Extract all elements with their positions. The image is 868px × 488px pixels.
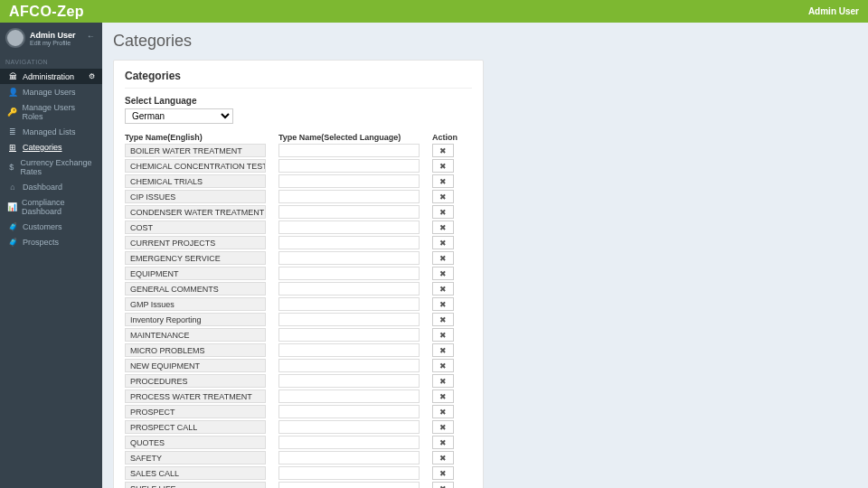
type-name-lang-input[interactable] bbox=[278, 174, 420, 188]
type-name-lang-input[interactable] bbox=[278, 328, 420, 342]
delete-button[interactable]: ✖ bbox=[432, 313, 454, 326]
delete-button[interactable]: ✖ bbox=[432, 251, 454, 265]
type-name-english: MICRO PROBLEMS bbox=[125, 343, 266, 357]
table-row: CHEMICAL TRIALS✖ bbox=[125, 174, 472, 188]
table-row: PROSPECT✖ bbox=[125, 405, 472, 418]
delete-button[interactable]: ✖ bbox=[432, 420, 454, 434]
nav-item-label: Customers bbox=[23, 222, 62, 231]
brand: AFCO-Zep bbox=[9, 4, 84, 20]
type-name-english: CIP ISSUES bbox=[125, 190, 266, 203]
table-row: COST✖ bbox=[125, 221, 472, 234]
type-name-english: PROCEDURES bbox=[125, 374, 266, 388]
edit-profile-link[interactable]: Edit my Profile bbox=[30, 40, 76, 46]
nav-item-label: Manage Users Roles bbox=[23, 103, 96, 121]
delete-button[interactable]: ✖ bbox=[432, 282, 454, 296]
nav-item-categories[interactable]: ⊞Categories bbox=[0, 139, 102, 155]
delete-button[interactable]: ✖ bbox=[432, 374, 454, 388]
nav-item-label: Prospects bbox=[23, 238, 59, 247]
type-name-lang-input[interactable] bbox=[278, 144, 420, 157]
delete-button[interactable]: ✖ bbox=[432, 451, 454, 465]
nav-item-label: Compliance Dashboard bbox=[22, 198, 95, 216]
table-row: SALES CALL✖ bbox=[125, 466, 472, 480]
delete-button[interactable]: ✖ bbox=[432, 359, 454, 372]
type-name-english: CHEMICAL TRIALS bbox=[125, 174, 266, 188]
type-name-lang-input[interactable] bbox=[278, 343, 420, 357]
content: Categories Categories Select Language Ge… bbox=[102, 23, 868, 488]
delete-button[interactable]: ✖ bbox=[432, 267, 454, 280]
nav-item-currency-exchange-rates[interactable]: $Currency Exchange Rates bbox=[0, 155, 102, 179]
type-name-english: QUOTES bbox=[125, 436, 266, 449]
type-name-english: SHELF LIFE bbox=[125, 482, 266, 488]
type-name-lang-input[interactable] bbox=[278, 374, 420, 388]
type-name-lang-input[interactable] bbox=[278, 405, 420, 418]
type-name-lang-input[interactable] bbox=[278, 205, 420, 219]
delete-button[interactable]: ✖ bbox=[432, 405, 454, 418]
type-name-lang-input[interactable] bbox=[278, 267, 420, 280]
delete-button[interactable]: ✖ bbox=[432, 174, 454, 188]
avatar[interactable] bbox=[5, 28, 25, 48]
type-name-lang-input[interactable] bbox=[278, 190, 420, 203]
table-row: MAINTENANCE✖ bbox=[125, 328, 472, 342]
nav-icon: ⌂ bbox=[7, 183, 18, 192]
delete-button[interactable]: ✖ bbox=[432, 482, 454, 488]
topbar-user[interactable]: Admin User bbox=[808, 6, 859, 16]
nav-item-dashboard[interactable]: ⌂Dashboard bbox=[0, 179, 102, 194]
type-name-lang-input[interactable] bbox=[278, 420, 420, 434]
type-name-lang-input[interactable] bbox=[278, 389, 420, 403]
delete-button[interactable]: ✖ bbox=[432, 205, 454, 219]
delete-button[interactable]: ✖ bbox=[432, 221, 454, 234]
delete-button[interactable]: ✖ bbox=[432, 190, 454, 203]
delete-button[interactable]: ✖ bbox=[432, 436, 454, 449]
language-select[interactable]: German bbox=[125, 108, 233, 124]
table-row: PROSPECT CALL✖ bbox=[125, 420, 472, 434]
delete-button[interactable]: ✖ bbox=[432, 159, 454, 173]
type-name-english: CURRENT PROJECTS bbox=[125, 236, 266, 249]
nav-icon: ≣ bbox=[7, 127, 18, 136]
nav-item-administration[interactable]: 🏛Administration⚙ bbox=[0, 69, 102, 84]
collapse-sidebar-icon[interactable]: ← bbox=[87, 32, 95, 41]
panel-title: Categories bbox=[125, 70, 472, 82]
table-row: GMP Issues✖ bbox=[125, 297, 472, 311]
table-row: CHEMICAL CONCENTRATION TESTING✖ bbox=[125, 159, 472, 173]
type-name-lang-input[interactable] bbox=[278, 297, 420, 311]
type-name-english: PROCESS WATER TREATMENT bbox=[125, 389, 266, 403]
type-name-lang-input[interactable] bbox=[278, 436, 420, 449]
nav-item-manage-users-roles[interactable]: 🔑Manage Users Roles bbox=[0, 99, 102, 124]
nav-icon: 🧳 bbox=[7, 222, 18, 231]
nav-list: 🏛Administration⚙👤Manage Users🔑Manage Use… bbox=[0, 69, 102, 249]
table-row: CONDENSER WATER TREATMENT✖ bbox=[125, 205, 472, 219]
delete-button[interactable]: ✖ bbox=[432, 144, 454, 157]
delete-button[interactable]: ✖ bbox=[432, 466, 454, 480]
table-row: CIP ISSUES✖ bbox=[125, 190, 472, 203]
nav-item-compliance-dashboard[interactable]: 📊Compliance Dashboard bbox=[0, 194, 102, 219]
type-name-lang-input[interactable] bbox=[278, 451, 420, 465]
delete-button[interactable]: ✖ bbox=[432, 328, 454, 342]
nav-item-customers[interactable]: 🧳Customers bbox=[0, 219, 102, 234]
table-row: GENERAL COMMENTS✖ bbox=[125, 282, 472, 296]
type-name-lang-input[interactable] bbox=[278, 251, 420, 265]
profile-block: Admin User Edit my Profile ← bbox=[0, 23, 102, 53]
table-row: Inventory Reporting✖ bbox=[125, 313, 472, 326]
delete-button[interactable]: ✖ bbox=[432, 343, 454, 357]
type-name-lang-input[interactable] bbox=[278, 466, 420, 480]
type-name-english: BOILER WATER TREATMENT bbox=[125, 144, 266, 157]
type-name-lang-input[interactable] bbox=[278, 359, 420, 372]
type-name-english: SAFETY bbox=[125, 451, 266, 465]
type-name-lang-input[interactable] bbox=[278, 236, 420, 249]
col-header-english: Type Name(English) bbox=[125, 133, 278, 142]
delete-button[interactable]: ✖ bbox=[432, 236, 454, 249]
type-name-lang-input[interactable] bbox=[278, 313, 420, 326]
type-name-english: GMP Issues bbox=[125, 297, 266, 311]
nav-item-label: Categories bbox=[23, 143, 62, 152]
nav-item-manage-users[interactable]: 👤Manage Users bbox=[0, 84, 102, 99]
type-name-lang-input[interactable] bbox=[278, 159, 420, 173]
nav-item-prospects[interactable]: 🧳Prospects bbox=[0, 234, 102, 249]
nav-item-managed-lists[interactable]: ≣Managed Lists bbox=[0, 124, 102, 139]
col-header-lang: Type Name(Selected Language) bbox=[278, 133, 432, 142]
delete-button[interactable]: ✖ bbox=[432, 389, 454, 403]
type-name-lang-input[interactable] bbox=[278, 282, 420, 296]
type-name-lang-input[interactable] bbox=[278, 221, 420, 234]
gear-icon[interactable]: ⚙ bbox=[89, 72, 95, 80]
delete-button[interactable]: ✖ bbox=[432, 297, 454, 311]
type-name-lang-input[interactable] bbox=[278, 482, 420, 488]
